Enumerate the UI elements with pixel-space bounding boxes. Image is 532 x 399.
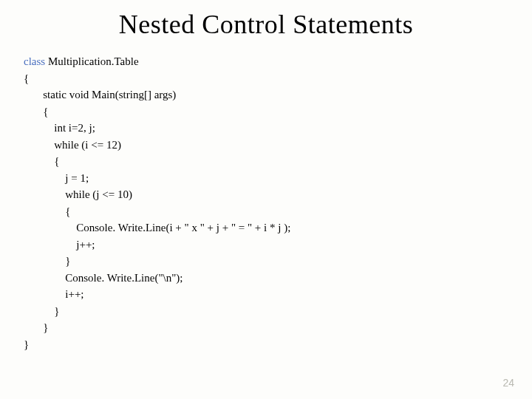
page-number: 24 xyxy=(502,377,514,389)
code-line: int i=2, j; xyxy=(24,122,95,134)
code-line: j++; xyxy=(24,239,95,250)
code-block: class Multiplication.Table { static void… xyxy=(24,53,508,352)
code-line: } xyxy=(24,321,48,333)
code-line: { xyxy=(24,72,29,84)
code-line: } xyxy=(24,338,29,350)
code-line: Console. Write.Line("\n"); xyxy=(24,272,183,284)
code-line: } xyxy=(24,255,70,267)
code-line: j = 1; xyxy=(24,172,89,184)
code-line: while (j <= 10) xyxy=(24,188,132,200)
code-line: while (i <= 12) xyxy=(24,139,121,151)
code-line: { xyxy=(24,205,70,217)
keyword-class: class xyxy=(24,55,45,67)
slide-content: Nested Control Statements class Multipli… xyxy=(0,0,532,399)
code-line: i++; xyxy=(24,288,84,300)
slide-title: Nested Control Statements xyxy=(24,9,508,40)
code-line: } xyxy=(24,305,59,317)
code-line: static void Main(string[] args) xyxy=(24,89,176,100)
class-name: Multiplication.Table xyxy=(45,55,138,67)
code-line: { xyxy=(24,155,59,167)
code-line: Console. Write.Line(i + " x " + j + " = … xyxy=(24,222,290,233)
code-line: { xyxy=(24,106,48,117)
